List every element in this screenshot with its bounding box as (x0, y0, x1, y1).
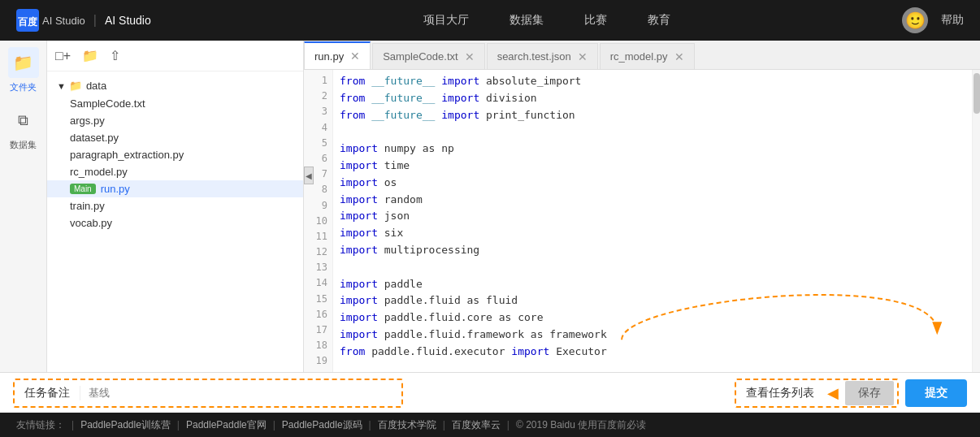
nav-item-dataset[interactable]: 数据集 (510, 13, 544, 28)
nav-item-competition[interactable]: 比赛 (584, 13, 607, 28)
icon-sidebar: 📁 文件夹 ⧉ 数据集 (0, 41, 47, 372)
footer-link-3[interactable]: 百度技术学院 (378, 418, 436, 432)
list-item[interactable]: vocab.py (47, 214, 303, 231)
list-item[interactable]: args.py (47, 112, 303, 129)
svg-text:百度: 百度 (18, 16, 38, 28)
list-item[interactable]: SampleCode.txt (47, 95, 303, 112)
top-navigation: 百度 AI Studio | AI Studio 项目大厅 数据集 比赛 教育 … (0, 0, 980, 41)
footer-link-0[interactable]: PaddlePaddle训练营 (80, 418, 171, 432)
bottom-bar: 任务备注 查看任务列表 ◀ 保存 提交 (0, 372, 980, 413)
file-name-dataset: dataset.py (70, 132, 119, 144)
tab-samplecode[interactable]: SampleCode.txt ✕ (372, 43, 485, 69)
code-line-3: from __future__ import print_function (340, 107, 965, 124)
tab-samplecode-label: SampleCode.txt (383, 50, 458, 63)
file-tree: ▼ 📁 data SampleCode.txt args.py dataset.… (47, 71, 303, 372)
sidebar-dataset-label: 数据集 (10, 139, 37, 151)
list-item[interactable]: dataset.py (47, 129, 303, 146)
footer: 友情链接： | PaddlePaddle训练营 | PaddlePaddle官网… (0, 413, 980, 437)
avatar[interactable]: 🙂 (902, 7, 928, 33)
code-line-11: import multiprocessing (340, 242, 965, 259)
footer-sep-2: | (273, 419, 275, 431)
code-line-12 (340, 259, 965, 276)
footer-link-1[interactable]: PaddlePaddle官网 (186, 418, 267, 432)
footer-copyright: © 2019 Baidu 使用百度前必读 (516, 418, 646, 432)
baidu-icon: 百度 (16, 9, 39, 32)
footer-link-2[interactable]: PaddlePaddle源码 (282, 418, 362, 432)
list-item-active[interactable]: Main run.py (47, 180, 303, 197)
code-line-17: from paddle.fluid.executor import Execut… (340, 344, 965, 361)
tab-run-py[interactable]: run.py ✕ (304, 41, 371, 69)
footer-sep-0: | (72, 419, 74, 431)
task-label: 任务备注 (15, 386, 80, 400)
view-tasks-section: 查看任务列表 ◀ 保存 (735, 379, 899, 408)
submit-button[interactable]: 提交 (905, 379, 967, 407)
tab-samplecode-close[interactable]: ✕ (465, 50, 475, 63)
file-name-vocab: vocab.py (70, 217, 112, 229)
tab-searchtest-close[interactable]: ✕ (578, 50, 588, 63)
code-line-2: from __future__ import division (340, 90, 965, 107)
tab-searchtest[interactable]: search.test.json ✕ (487, 43, 598, 69)
file-panel: □+ 📁 ⇧ ▼ 📁 data SampleCode.txt args.py d… (47, 41, 304, 372)
file-name-train: train.py (70, 200, 105, 212)
file-name-rcmodel: rc_model.py (70, 166, 128, 178)
footer-sep-3: | (369, 419, 371, 431)
code-line-13: import paddle (340, 276, 965, 293)
footer-prefix: 友情链接： (16, 418, 65, 432)
list-item[interactable]: paragraph_extraction.py (47, 146, 303, 163)
tab-run-py-close[interactable]: ✕ (350, 50, 360, 63)
nav-item-project[interactable]: 项目大厅 (423, 13, 469, 28)
baseline-input[interactable] (80, 380, 401, 406)
arrow-left-icon: ◀ (827, 384, 839, 402)
sidebar-dataset-icon[interactable]: ⧉ (8, 105, 39, 136)
list-item[interactable]: rc_model.py (47, 163, 303, 180)
nav-menu: 项目大厅 数据集 比赛 教育 (192, 13, 902, 28)
file-name-paragraph: paragraph_extraction.py (70, 149, 184, 161)
code-line-16: import paddle.fluid.framework as framewo… (340, 327, 965, 344)
code-line-14: import paddle.fluid as fluid (340, 292, 965, 309)
tab-run-py-label: run.py (314, 50, 344, 63)
logo-area: 百度 AI Studio | AI Studio (16, 9, 151, 32)
nav-item-education[interactable]: 教育 (648, 13, 670, 28)
code-line-7: import os (340, 175, 965, 192)
save-button[interactable]: 保存 (845, 381, 894, 405)
code-line-5: import numpy as np (340, 141, 965, 158)
code-line-8: import random (340, 192, 965, 209)
new-folder-icon[interactable]: 📁 (82, 48, 98, 63)
folder-name: data (86, 80, 106, 92)
file-name-args: args.py (70, 115, 105, 127)
logo-divider: | (93, 13, 97, 28)
footer-link-4[interactable]: 百度效率云 (452, 418, 501, 432)
tab-rcmodel-close[interactable]: ✕ (674, 50, 684, 63)
upload-icon[interactable]: ⇧ (110, 48, 120, 63)
collapse-panel-handle[interactable]: ◀ (304, 167, 314, 184)
baidu-logo: 百度 AI Studio (16, 9, 85, 32)
code-line-10: import six (340, 225, 965, 242)
scrollbar-track[interactable] (972, 70, 980, 372)
code-line-4 (340, 123, 965, 141)
code-editor[interactable]: 123456789101112131415161718192021222324 … (304, 70, 980, 372)
help-link[interactable]: 帮助 (941, 13, 964, 28)
file-name-run: run.py (101, 183, 130, 195)
list-item[interactable]: train.py (47, 197, 303, 214)
ai-studio-label: AI Studio (105, 14, 151, 27)
folder-data[interactable]: ▼ 📁 data (47, 76, 303, 95)
main-content: 📁 文件夹 ⧉ 数据集 □+ 📁 ⇧ ▼ 📁 data SampleCode.t… (0, 41, 980, 372)
folder-arrow-icon: ▼ (57, 81, 66, 91)
view-tasks-btn[interactable]: 查看任务列表 (739, 386, 821, 400)
code-line-9: import json (340, 208, 965, 225)
code-line-6: import time (340, 158, 965, 175)
line-numbers: 123456789101112131415161718192021222324 (304, 70, 333, 372)
task-section: 任务备注 (13, 379, 403, 408)
scrollbar-thumb[interactable] (973, 73, 980, 114)
main-badge: Main (70, 184, 96, 194)
action-area: 查看任务列表 ◀ 保存 提交 (735, 379, 967, 408)
new-file-icon[interactable]: □+ (55, 49, 71, 63)
footer-sep-5: | (507, 419, 510, 431)
sidebar-file-icon[interactable]: 📁 (8, 47, 39, 78)
folder-icon: 📁 (69, 80, 82, 92)
editor-area: run.py ✕ SampleCode.txt ✕ search.test.js… (304, 41, 980, 372)
file-toolbar: □+ 📁 ⇧ (47, 41, 303, 71)
tab-rcmodel[interactable]: rc_model.py ✕ (600, 43, 695, 69)
tab-searchtest-label: search.test.json (497, 50, 571, 63)
code-line-1: from __future__ import absolute_import (340, 73, 965, 90)
